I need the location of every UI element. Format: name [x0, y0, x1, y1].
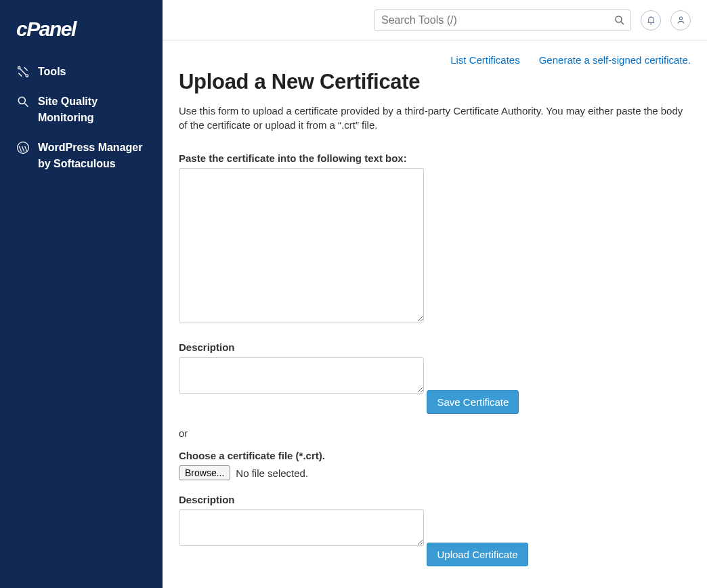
magnifier-icon	[16, 95, 30, 108]
page-title: Upload a New Certificate	[179, 70, 691, 94]
sidebar-item-label: Site Quality Monitoring	[38, 93, 146, 126]
wrench-icon	[16, 65, 30, 79]
description-textarea[interactable]	[179, 357, 424, 394]
wordpress-icon	[16, 141, 30, 154]
description-textarea-2[interactable]	[179, 509, 424, 546]
svg-line-6	[621, 22, 624, 24]
description-label-2: Description	[179, 494, 691, 505]
search-input[interactable]	[374, 9, 631, 31]
account-button[interactable]	[670, 10, 691, 30]
notifications-button[interactable]	[641, 10, 661, 30]
top-links: List Certificates Generate a self-signed…	[179, 54, 691, 66]
person-icon	[676, 15, 686, 25]
brand-logo[interactable]: cPanel	[0, 5, 163, 57]
topbar	[163, 0, 707, 41]
main-area: List Certificates Generate a self-signed…	[163, 0, 707, 588]
svg-point-5	[616, 16, 622, 22]
paste-label: Paste the certificate into the following…	[179, 152, 691, 164]
content: List Certificates Generate a self-signed…	[163, 41, 707, 583]
brand-logo-text: cPanel	[16, 18, 76, 40]
sidebar-item-label: WordPress Manager by Softaculous	[38, 140, 146, 172]
page-subtitle: Use this form to upload a certificate pr…	[179, 104, 691, 132]
choose-file-label: Choose a certificate file (*.crt).	[179, 450, 691, 461]
sidebar-item-label: Tools	[38, 64, 66, 80]
or-text: or	[179, 427, 691, 439]
sidebar-item-wordpress[interactable]: WordPress Manager by Softaculous	[0, 133, 163, 179]
sidebar-item-tools[interactable]: Tools	[0, 57, 163, 87]
sidebar: cPanel Tools Site Quality Monitoring Wor…	[0, 0, 163, 588]
search-icon[interactable]	[612, 13, 627, 28]
upload-certificate-button[interactable]: Upload Certificate	[427, 543, 528, 566]
sidebar-item-site-quality[interactable]: Site Quality Monitoring	[0, 87, 163, 133]
svg-point-0	[18, 67, 20, 69]
svg-point-1	[26, 75, 28, 77]
bell-icon	[646, 15, 656, 25]
save-certificate-button[interactable]: Save Certificate	[427, 390, 519, 414]
search-wrap	[374, 9, 631, 31]
description-label: Description	[179, 341, 691, 353]
file-row: Browse... No file selected.	[179, 465, 691, 480]
svg-point-2	[18, 97, 25, 104]
certificate-textarea[interactable]	[179, 168, 424, 322]
svg-line-3	[25, 104, 28, 107]
svg-point-7	[679, 17, 682, 20]
file-status: No file selected.	[236, 467, 308, 479]
link-list-certificates[interactable]: List Certificates	[450, 54, 520, 66]
browse-button[interactable]: Browse...	[179, 465, 230, 480]
link-generate-certificate[interactable]: Generate a self-signed certificate.	[539, 54, 691, 66]
